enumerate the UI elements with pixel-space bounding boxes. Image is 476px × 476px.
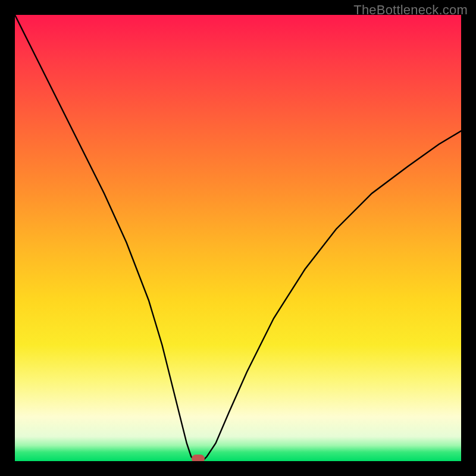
optimum-marker (192, 455, 205, 461)
chart-frame: TheBottleneck.com (0, 0, 476, 476)
plot-area (15, 15, 461, 461)
bottleneck-curve (15, 15, 461, 461)
curve-path (15, 15, 461, 461)
watermark-text: TheBottleneck.com (353, 2, 468, 18)
